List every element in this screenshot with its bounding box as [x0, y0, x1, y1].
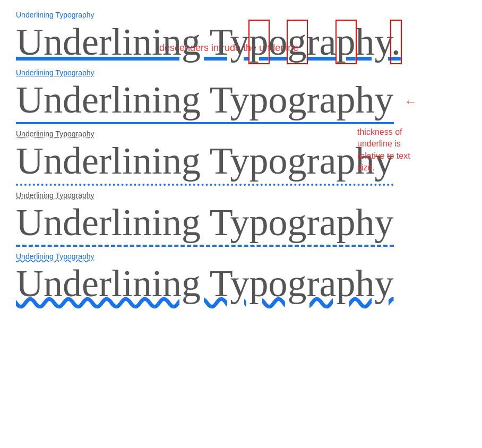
- page-container: descenders intrude the underline Underli…: [16, 11, 466, 305]
- section3-large-text: Underlining Typography: [16, 140, 394, 185]
- section5-small-label[interactable]: Underlining Typography: [16, 252, 466, 261]
- section4-small-label[interactable]: Underlining Typography: [16, 191, 466, 200]
- section1-large-text: Underlining Typography.: [16, 21, 401, 63]
- section2-large-text: Underlining Typography: [16, 79, 394, 124]
- section5-large-text: Underlining Typography: [16, 263, 394, 305]
- descender-period: .: [391, 21, 401, 63]
- section5-block: Underlining Typography Underlining Typog…: [16, 252, 466, 305]
- annotation-thickness: thickness of underline is relative to te…: [357, 126, 450, 174]
- descender-g2: g: [288, 21, 307, 63]
- descender-p: p: [337, 21, 356, 63]
- section2-block: Underlining Typography Underlining Typog…: [16, 68, 466, 124]
- section1-small-label[interactable]: Underlining Typography: [16, 11, 466, 19]
- descender-g: p: [249, 21, 269, 63]
- section2-small-label[interactable]: Underlining Typography: [16, 68, 466, 77]
- section1-block: Underlining Typography Underlining Typog…: [16, 11, 466, 63]
- arrow-left-icon: ←: [404, 94, 417, 109]
- section4-block: Underlining Typography Underlining Typog…: [16, 191, 466, 247]
- section4-large-text: Underlining Typography: [16, 202, 394, 247]
